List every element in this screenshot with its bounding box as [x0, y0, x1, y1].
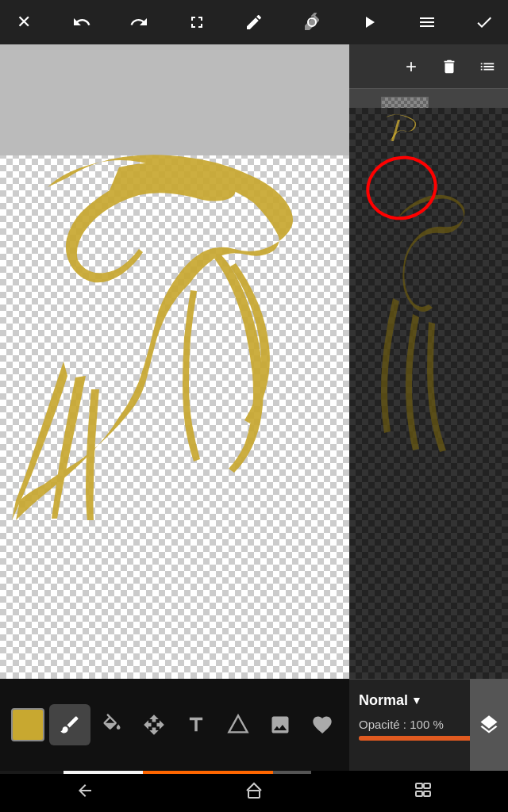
layer-1-thumbnail: [381, 97, 429, 144]
system-nav-bar: [0, 774, 508, 812]
svg-rect-14: [416, 791, 422, 796]
brush-tool-button[interactable]: [49, 704, 90, 745]
svg-rect-13: [424, 783, 430, 788]
fullscreen-button[interactable]: [183, 8, 211, 36]
back-button[interactable]: [75, 781, 94, 805]
heart-tool-button[interactable]: [302, 704, 343, 745]
blend-mode-arrow-icon: ▼: [411, 694, 422, 707]
right-panel: +: [349, 44, 508, 679]
add-layer-button[interactable]: +: [397, 52, 425, 81]
blend-mode-selector[interactable]: Normal ▼: [359, 692, 422, 709]
svg-rect-15: [424, 791, 430, 796]
delete-layer-button[interactable]: [435, 52, 464, 81]
blend-mode-label: Normal: [359, 692, 408, 709]
undo-button[interactable]: [67, 8, 96, 36]
eraser-button[interactable]: [298, 8, 326, 36]
layer-list-button[interactable]: [473, 52, 502, 81]
svg-rect-11: [248, 791, 260, 798]
recent-apps-button[interactable]: [414, 781, 433, 805]
top-toolbar: ✕: [0, 0, 508, 44]
svg-rect-12: [416, 783, 422, 788]
menu-button[interactable]: [413, 8, 441, 36]
home-button[interactable]: [244, 781, 264, 805]
play-button[interactable]: [355, 8, 383, 36]
hair-drawing: [0, 44, 349, 679]
dark-canvas-preview: [349, 108, 508, 679]
pen-tool-button[interactable]: [240, 8, 268, 36]
photo-tool-button[interactable]: [260, 704, 301, 745]
bottom-toolbar: [0, 679, 349, 771]
move-tool-button[interactable]: [133, 704, 175, 745]
fill-tool-button[interactable]: [91, 704, 133, 745]
canvas-area[interactable]: [0, 44, 349, 679]
confirm-button[interactable]: [470, 8, 498, 36]
color-swatch-tool[interactable]: [7, 704, 48, 745]
dark-hair-preview: [349, 108, 508, 679]
layers-panel-button[interactable]: [470, 679, 508, 771]
current-color[interactable]: [11, 708, 44, 741]
text-tool-button[interactable]: [175, 704, 217, 745]
layer-panel-header: +: [349, 44, 508, 89]
redo-button[interactable]: [125, 8, 153, 36]
close-button[interactable]: ✕: [10, 8, 38, 36]
shape-tool-button[interactable]: [217, 704, 259, 745]
